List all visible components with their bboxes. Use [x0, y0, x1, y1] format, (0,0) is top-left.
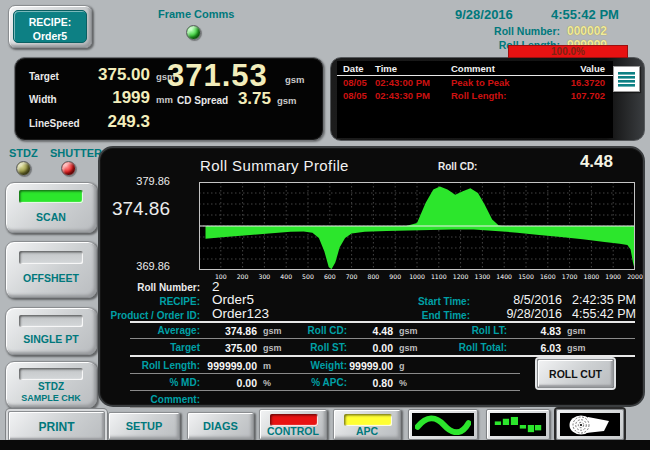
comment-label: Comment:: [108, 394, 200, 405]
roll-cut-button-label: ROLL CUT: [538, 368, 613, 380]
event-log-row: 08/05 02:43:30 PM Roll Length: 107.702: [337, 89, 613, 102]
svg-text:900: 900: [389, 273, 401, 280]
svg-text:1000: 1000: [409, 273, 425, 280]
event-col-comment: Comment: [451, 63, 555, 74]
svg-text:400: 400: [280, 273, 292, 280]
stdz-sample-label-1: STDZ: [6, 381, 96, 392]
info-roll-number-label: Roll Number:: [100, 282, 200, 293]
deviation-bars-button[interactable]: [486, 409, 550, 440]
roll-cd-value: 4.48: [345, 325, 393, 337]
end-date-value: 9/28/2016: [478, 307, 562, 321]
svg-text:300: 300: [258, 273, 270, 280]
roll-number-value: 000002: [567, 24, 607, 38]
event-log-row: 08/05 02:43:00 PM Peak to Peak 16.3720: [337, 76, 613, 89]
roll-length-row-label: Roll Length:: [108, 360, 200, 371]
pct-apc-label: % APC:: [255, 377, 347, 388]
header-date: 9/28/2016: [455, 7, 513, 22]
event-log-header: Date Time Comment Value: [337, 61, 613, 76]
control-button[interactable]: CONTROL: [259, 409, 327, 440]
target-value: 375.00: [65, 65, 150, 85]
average-value: 374.86: [204, 325, 257, 337]
list-icon: [617, 71, 636, 87]
pct-apc-value: 0.80: [345, 377, 393, 389]
y-axis-label-min: 369.86: [100, 260, 170, 272]
apc-button-label: APC: [334, 425, 400, 437]
divider: [130, 338, 635, 339]
roll-total-unit: gsm: [567, 343, 586, 353]
svg-text:1200: 1200: [453, 273, 469, 280]
svg-text:700: 700: [346, 273, 358, 280]
stdz-sample-indicator: [19, 368, 83, 380]
event-col-date: Date: [337, 63, 375, 74]
svg-text:1400: 1400: [496, 273, 512, 280]
end-time-value: 4:55:42 PM: [568, 307, 636, 321]
roll-cut-button[interactable]: ROLL CUT: [537, 359, 614, 388]
divider: [130, 355, 635, 357]
width-value: 1999: [65, 88, 150, 108]
paper-roll-icon: [568, 414, 612, 436]
width-unit: mm: [156, 94, 173, 105]
print-button[interactable]: PRINT: [8, 411, 105, 441]
svg-text:1800: 1800: [584, 273, 600, 280]
scan-button[interactable]: SCAN: [5, 182, 97, 233]
target-row-value: 375.00: [204, 342, 257, 354]
event-log-menu-button[interactable]: [613, 66, 640, 92]
pct-md-label: % MD:: [108, 377, 200, 388]
apc-button[interactable]: APC: [333, 409, 401, 440]
average-label: Average:: [108, 325, 200, 336]
event-col-time: Time: [375, 63, 451, 74]
linespeed-value: 249.3: [65, 112, 150, 132]
event-col-value: Value: [555, 63, 613, 74]
divider: [130, 407, 520, 408]
roll-report-button[interactable]: [556, 409, 624, 440]
profile-chart: 1002003004005006007008009001000110012001…: [199, 182, 635, 280]
svg-text:2000: 2000: [627, 273, 643, 280]
info-recipe-value: Order5: [212, 292, 254, 307]
bottom-bezel: [0, 440, 650, 450]
cd-spread-value: 3.75: [213, 89, 271, 109]
pct-apc-unit: %: [399, 378, 407, 388]
start-time-label: Start Time:: [362, 296, 470, 307]
single-pt-button-label: SINGLE PT: [6, 333, 96, 345]
measurement-readout-panel: Target 375.00 gsm 371.53 gsm Width 1999 …: [14, 57, 324, 141]
start-date-value: 8/5/2016: [478, 293, 562, 307]
end-time-label: End Time:: [362, 310, 470, 321]
svg-text:800: 800: [367, 273, 379, 280]
setup-button[interactable]: SETUP: [108, 412, 180, 440]
profile-view-button[interactable]: [408, 409, 478, 440]
roll-total-value: 6.03: [511, 342, 561, 354]
svg-text:1500: 1500: [518, 273, 534, 280]
offsheet-button[interactable]: OFFSHEET: [5, 241, 97, 298]
shutter-label: SHUTTER: [50, 147, 102, 159]
roll-lt-unit: gsm: [567, 326, 586, 336]
svg-text:1300: 1300: [475, 273, 491, 280]
cd-spread-unit: gsm: [277, 95, 297, 106]
diags-button[interactable]: DIAGS: [187, 412, 254, 440]
deviation-bars-icon: [493, 415, 543, 435]
setup-button-label: SETUP: [109, 420, 179, 432]
recipe-button[interactable]: RECIPE: Order5: [8, 5, 92, 48]
roll-cd-label: Roll CD:: [255, 325, 347, 336]
stdz-sample-label-2: SAMPLE CHK: [6, 393, 96, 403]
pct-md-value: 0.00: [204, 377, 257, 389]
product-order-id-value: Order123: [212, 306, 269, 321]
header-time: 4:55:42 PM: [551, 7, 619, 22]
weight-value: 99999.00: [333, 360, 393, 372]
scan-button-label: SCAN: [6, 211, 96, 223]
frame-comms-label: Frame Comms: [158, 8, 234, 20]
roll-number-label: Roll Number:: [440, 25, 560, 37]
diags-button-label: DIAGS: [188, 420, 253, 432]
print-button-label: PRINT: [9, 420, 104, 434]
weight-unit: g: [399, 361, 405, 371]
svg-text:600: 600: [324, 273, 336, 280]
stdz-sample-chk-button[interactable]: STDZ SAMPLE CHK: [5, 361, 97, 408]
svg-text:1900: 1900: [605, 273, 621, 280]
svg-text:500: 500: [302, 273, 314, 280]
svg-text:1600: 1600: [540, 273, 556, 280]
offsheet-button-label: OFFSHEET: [6, 272, 96, 284]
roll-length-row-value: 999999.00: [192, 360, 257, 372]
target-label: Target: [29, 71, 59, 82]
roll-total-label: Roll Total:: [415, 342, 507, 353]
single-pt-button[interactable]: SINGLE PT: [5, 307, 97, 355]
shutter-led-icon: [61, 161, 76, 176]
